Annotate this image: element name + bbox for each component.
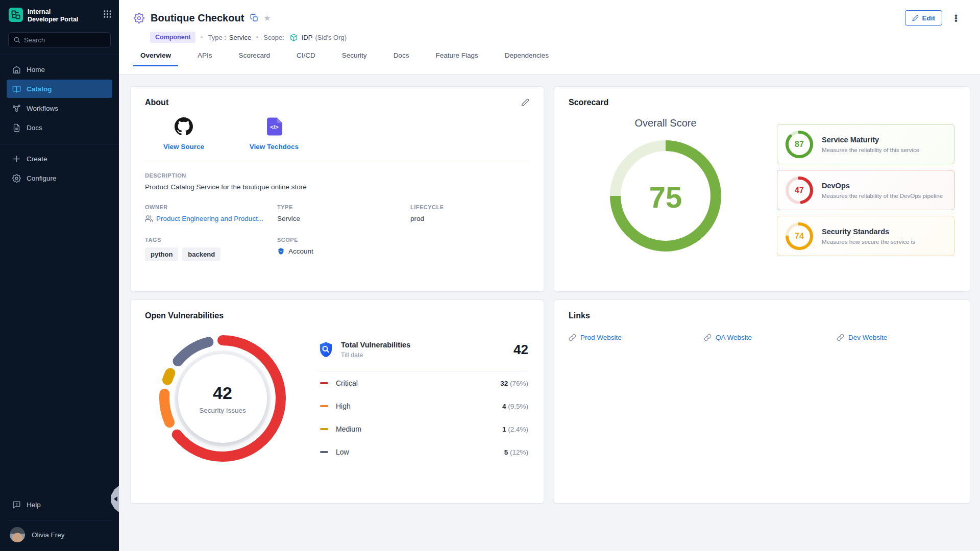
about-card: About View Source </> View Techdocs: [130, 86, 544, 292]
sidebar-item-home[interactable]: Home: [7, 60, 112, 79]
total-vulnerabilities-value: 42: [513, 342, 528, 358]
view-source-link[interactable]: View Source: [153, 117, 214, 151]
legend-swatch: [320, 428, 328, 431]
sidebar-item-catalog[interactable]: Catalog: [7, 80, 112, 98]
scorecard-item-security-standards[interactable]: 74 Security Standards Measures how secur…: [777, 216, 954, 256]
vulnerabilities-title: Open Vulnerabilities: [145, 311, 224, 320]
scorecard-item-devops[interactable]: 47 DevOps Measures the reliability of th…: [777, 170, 954, 210]
tag-chip[interactable]: python: [145, 247, 178, 261]
edit-about-icon[interactable]: [521, 98, 529, 107]
copy-icon[interactable]: [250, 14, 258, 22]
tab-docs[interactable]: Docs: [386, 52, 416, 66]
total-vulnerabilities-sub: Till date: [341, 352, 410, 359]
user-menu[interactable]: Olivia Frey: [0, 520, 119, 551]
score-desc: Measures how secure the service is: [822, 239, 915, 245]
view-source-label: View Source: [163, 143, 204, 151]
divider: [0, 55, 119, 55]
sidebar-item-help[interactable]: ? Help: [7, 495, 112, 514]
sidebar-bottom: ? Help Olivia Frey: [0, 494, 119, 551]
sidebar-item-label: Home: [27, 66, 45, 73]
sidebar-item-label: Workflows: [27, 105, 58, 112]
score-name: Service Maturity: [822, 136, 919, 144]
gear-icon: [12, 174, 21, 183]
link-qa-website[interactable]: QA Website: [704, 334, 837, 341]
view-techdocs-link[interactable]: </> View Techdocs: [243, 117, 305, 151]
links-card: Links Prod Website QA Website Dev Websit…: [554, 299, 970, 504]
tab-scorecard[interactable]: Scorecard: [232, 52, 278, 66]
more-options-icon[interactable]: •••: [952, 14, 960, 22]
edit-button[interactable]: Edit: [905, 10, 943, 26]
svg-text:?: ?: [15, 502, 17, 506]
security-issues-label: Security Issues: [199, 407, 246, 414]
link-icon: [569, 334, 576, 341]
home-icon: [12, 65, 21, 74]
scorecard-item-service-maturity[interactable]: 87 Service Maturity Measures the reliabi…: [777, 124, 954, 164]
app-switcher-icon[interactable]: [103, 10, 112, 18]
tab-apis[interactable]: APIs: [190, 52, 219, 66]
sidebar-search[interactable]: [8, 32, 111, 47]
about-title: About: [145, 98, 168, 107]
type-label: Type :: [208, 34, 226, 41]
catalog-icon: [12, 85, 21, 93]
tab-security[interactable]: Security: [335, 52, 374, 66]
search-input[interactable]: [24, 36, 101, 44]
owner-label: OWNER: [145, 204, 277, 210]
sidebar-item-docs[interactable]: Docs: [7, 118, 112, 137]
tags-label: TAGS: [145, 237, 277, 243]
vulnerabilities-donut-chart: 42 Security Issues: [159, 335, 286, 462]
lifecycle-value: prod: [410, 215, 529, 222]
vulnerabilities-card: Open Vulnerabilities 42 Security Issues: [130, 299, 544, 504]
link-icon: [704, 334, 712, 341]
description-label: DESCRIPTION: [145, 172, 529, 179]
tab-cicd[interactable]: CI/CD: [289, 52, 323, 66]
tab-bar: Overview APIs Scorecard CI/CD Security D…: [119, 52, 980, 66]
legend-row-high: High 4 (9.5%): [318, 394, 528, 417]
link-prod-website[interactable]: Prod Website: [569, 334, 704, 341]
overall-score-value: 75: [610, 140, 721, 254]
legend-row-low: Low 5 (12%): [318, 440, 528, 463]
logo-row: Internal Developer Portal: [0, 0, 119, 23]
sidebar-item-label: Create: [27, 155, 47, 163]
owner-link[interactable]: Product Engineering and Product...: [145, 215, 277, 222]
security-issues-count: 42: [213, 383, 232, 403]
total-vulnerabilities-title: Total Vulnerabilities: [341, 341, 410, 349]
legend-row-medium: Medium 1 (2.4%): [318, 417, 528, 440]
type-field-label: TYPE: [277, 204, 410, 210]
score-name: Security Standards: [822, 228, 915, 236]
app-name: Internal Developer Portal: [28, 8, 78, 23]
tab-feature-flags[interactable]: Feature Flags: [428, 52, 485, 66]
sidebar-item-label: Configure: [27, 174, 57, 182]
sidebar-item-workflows[interactable]: Workflows: [7, 99, 112, 117]
link-dev-website[interactable]: Dev Website: [837, 334, 955, 341]
search-icon: [13, 36, 20, 43]
help-icon: ?: [12, 500, 21, 509]
chevron-left-icon: [114, 496, 117, 502]
sidebar-item-label: Help: [27, 501, 41, 509]
tab-dependencies[interactable]: Dependencies: [498, 52, 556, 66]
users-icon: [145, 215, 153, 222]
favorite-star-icon[interactable]: ★: [263, 13, 271, 23]
tab-overview[interactable]: Overview: [133, 52, 178, 66]
score-value: 74: [786, 222, 813, 250]
tag-chip[interactable]: backend: [182, 247, 220, 261]
sidebar-item-create[interactable]: Create: [7, 149, 112, 168]
legend-swatch: [320, 405, 328, 408]
score-desc: Measures the reliability of this service: [822, 147, 919, 153]
lifecycle-label: LIFECYCLE: [410, 204, 529, 210]
legend-swatch: [320, 451, 328, 454]
github-icon: [175, 117, 193, 136]
sidebar-item-configure[interactable]: Configure: [7, 169, 112, 187]
link-icon: [837, 334, 844, 341]
scope-org: (Sid's Org): [315, 34, 347, 41]
legend-swatch: [320, 382, 328, 385]
shield-search-icon: [318, 341, 334, 359]
account-shield-icon: [277, 247, 285, 255]
sidebar-item-label: Catalog: [27, 85, 52, 93]
sidebar: Internal Developer Portal Home Catalog W…: [0, 0, 119, 551]
type-field-value: Service: [277, 215, 410, 222]
dot-separator: [201, 36, 203, 38]
description-value: Product Catalog Service for the boutique…: [145, 183, 529, 191]
score-value: 87: [786, 131, 813, 158]
scope-field-value: Account: [288, 247, 313, 255]
overall-score-gauge: 75: [610, 140, 721, 254]
